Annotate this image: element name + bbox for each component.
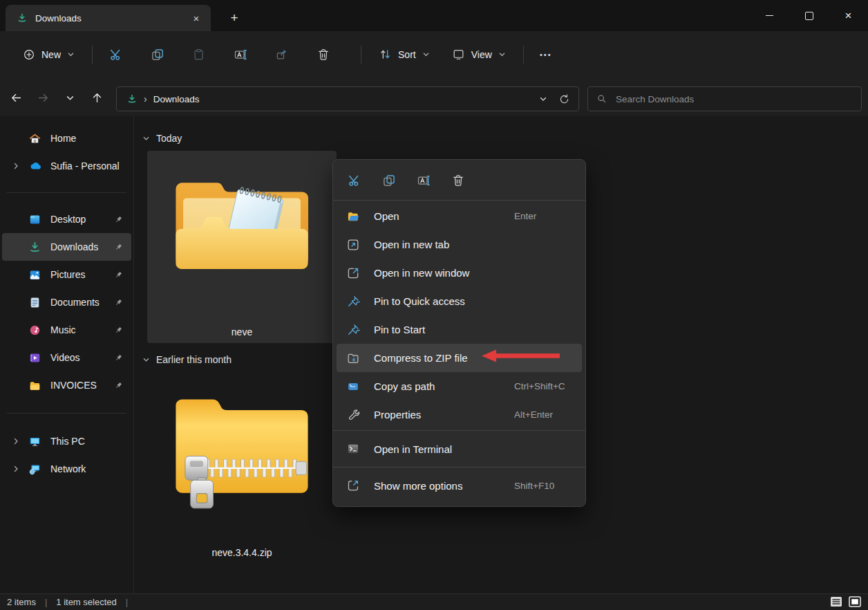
up-button[interactable] bbox=[85, 86, 108, 109]
open-in-new-tab-icon bbox=[346, 238, 363, 252]
sidebar-item-videos[interactable]: Videos bbox=[2, 344, 131, 371]
new-button[interactable]: New bbox=[15, 44, 82, 66]
trash-icon bbox=[317, 48, 330, 62]
view-button[interactable]: View bbox=[444, 43, 513, 66]
show-more-options-icon bbox=[346, 479, 363, 492]
group-header-today[interactable]: Today bbox=[142, 133, 182, 144]
address-row: › Downloads bbox=[0, 77, 868, 116]
rename-button[interactable] bbox=[411, 169, 437, 192]
this-pc-icon bbox=[28, 435, 42, 448]
arrow-up-icon bbox=[91, 91, 104, 104]
see-more-button[interactable]: ••• bbox=[534, 44, 558, 66]
sidebar-item-this-pc[interactable]: This PC bbox=[2, 427, 131, 455]
address-bar[interactable]: › Downloads bbox=[116, 86, 579, 111]
folder-with-notepad-icon bbox=[165, 166, 319, 290]
share-icon bbox=[275, 48, 289, 62]
tab-close-icon[interactable]: × bbox=[187, 10, 205, 26]
menu-item-open-in-new-window[interactable]: Open in new window bbox=[337, 259, 582, 287]
command-bar: New Sort bbox=[0, 31, 868, 77]
chevron-right-icon[interactable] bbox=[12, 162, 23, 170]
network-icon bbox=[28, 463, 42, 476]
copy-button[interactable] bbox=[376, 169, 402, 192]
details-view-icon bbox=[830, 596, 842, 607]
menu-item-show-more-options[interactable]: Show more options Shift+F10 bbox=[337, 469, 582, 502]
videos-icon bbox=[28, 351, 42, 364]
sidebar-item-pictures[interactable]: Pictures bbox=[2, 261, 131, 288]
file-tile-neve-zip[interactable]: neve.3.4.4.zip bbox=[147, 370, 337, 564]
chevron-right-icon[interactable] bbox=[12, 465, 23, 473]
sort-icon bbox=[379, 48, 392, 61]
chevron-down-icon bbox=[66, 93, 75, 102]
sidebar-item-documents[interactable]: Documents bbox=[2, 288, 131, 316]
sidebar-item-onedrive[interactable]: Sufia - Personal bbox=[2, 152, 131, 180]
forward-button[interactable] bbox=[31, 86, 55, 109]
rename-icon bbox=[234, 48, 247, 62]
new-tab-button[interactable]: + bbox=[224, 8, 245, 27]
sidebar-item-desktop[interactable]: Desktop bbox=[2, 205, 131, 233]
sidebar-item-home[interactable]: Home bbox=[2, 124, 131, 152]
compress-zip-icon bbox=[346, 351, 363, 365]
file-name: neve bbox=[232, 326, 252, 338]
delete-button[interactable] bbox=[445, 169, 471, 192]
menu-divider bbox=[333, 467, 585, 468]
menu-item-properties[interactable]: Properties Alt+Enter bbox=[337, 400, 582, 429]
toolbar-separator bbox=[523, 46, 524, 64]
menu-item-open-in-new-tab[interactable]: Open in new tab bbox=[337, 230, 582, 259]
sidebar-item-downloads[interactable]: Downloads bbox=[2, 233, 131, 261]
sidebar-item-music[interactable]: Music bbox=[2, 316, 131, 344]
share-button[interactable] bbox=[268, 42, 296, 67]
delete-button[interactable] bbox=[310, 42, 337, 67]
copy-as-path-icon bbox=[346, 380, 363, 394]
back-button[interactable] bbox=[4, 86, 28, 109]
minimize-icon bbox=[766, 15, 773, 17]
sidebar-item-network[interactable]: Network bbox=[2, 455, 131, 483]
desktop-icon bbox=[28, 213, 42, 226]
menu-item-pin-to-start[interactable]: Pin to Start bbox=[337, 315, 582, 344]
maximize-button[interactable] bbox=[789, 0, 829, 31]
cut-icon bbox=[348, 174, 361, 187]
close-window-button[interactable]: × bbox=[829, 0, 868, 31]
refresh-button[interactable] bbox=[558, 93, 570, 105]
details-view-button[interactable] bbox=[830, 596, 842, 607]
menu-item-copy-as-path[interactable]: Copy as path Ctrl+Shift+C bbox=[337, 372, 582, 400]
cut-icon bbox=[109, 48, 123, 62]
pin-icon bbox=[346, 323, 363, 337]
menu-item-pin-to-quick-access[interactable]: Pin to Quick access bbox=[337, 287, 582, 315]
sidebar-item-invoices[interactable]: INVOICES bbox=[2, 371, 131, 399]
view-button-label: View bbox=[471, 49, 492, 60]
menu-item-open-in-terminal[interactable]: Open in Terminal bbox=[337, 432, 582, 465]
downloads-icon bbox=[28, 241, 42, 254]
tab-downloads[interactable]: Downloads × bbox=[6, 5, 211, 31]
cut-button[interactable] bbox=[341, 169, 368, 192]
zip-folder-icon bbox=[165, 380, 319, 515]
group-header-earlier[interactable]: Earlier this month bbox=[142, 354, 232, 365]
chevron-down-icon bbox=[142, 356, 150, 364]
cut-button[interactable] bbox=[102, 42, 130, 67]
paste-icon bbox=[192, 48, 206, 62]
copy-button[interactable] bbox=[144, 42, 171, 67]
address-dropdown-button[interactable] bbox=[539, 95, 547, 103]
pin-icon bbox=[114, 381, 123, 390]
menu-item-open[interactable]: Open Enter bbox=[337, 202, 582, 230]
file-tile-neve[interactable]: neve bbox=[147, 151, 337, 343]
context-menu-quick-actions bbox=[333, 163, 585, 198]
view-icon bbox=[452, 48, 465, 61]
paste-button[interactable] bbox=[185, 42, 213, 67]
rename-button[interactable] bbox=[227, 42, 254, 67]
refresh-icon bbox=[558, 93, 570, 105]
music-icon bbox=[28, 324, 42, 337]
search-input[interactable] bbox=[614, 93, 854, 105]
menu-divider bbox=[333, 430, 585, 431]
status-separator: | bbox=[126, 597, 128, 607]
tab-title: Downloads bbox=[35, 13, 82, 24]
breadcrumb[interactable]: Downloads bbox=[153, 94, 200, 104]
large-icons-view-button[interactable] bbox=[849, 596, 861, 607]
chevron-right-icon[interactable] bbox=[12, 437, 23, 445]
search-box[interactable] bbox=[587, 86, 862, 111]
large-icons-view-icon bbox=[849, 596, 861, 607]
recent-locations-button[interactable] bbox=[58, 86, 82, 109]
pin-icon bbox=[114, 243, 123, 252]
pin-icon bbox=[114, 298, 123, 307]
sort-button[interactable]: Sort bbox=[371, 43, 437, 66]
minimize-button[interactable] bbox=[750, 0, 789, 31]
